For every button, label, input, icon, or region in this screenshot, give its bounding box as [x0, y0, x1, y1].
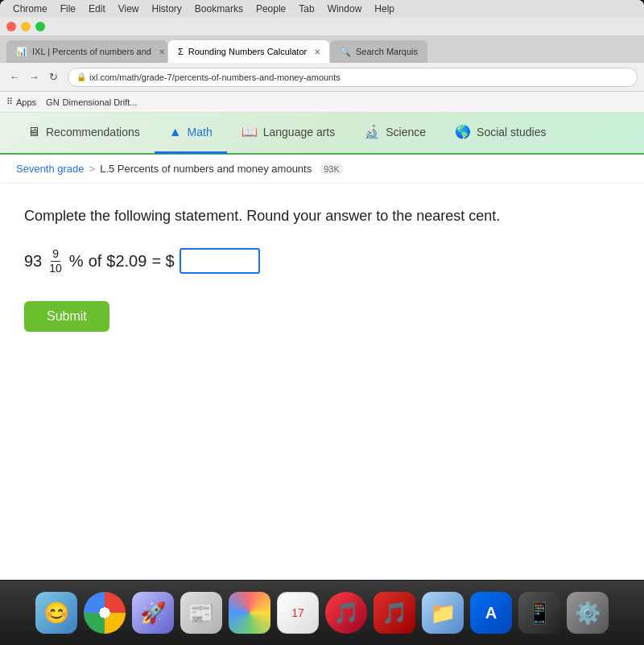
menu-people[interactable]: People: [256, 3, 286, 14]
tab-language-arts-label: Language arts: [263, 126, 336, 139]
menu-chrome[interactable]: Chrome: [13, 3, 47, 14]
dock-chrome[interactable]: [84, 592, 126, 634]
tab-ixl-label: IXL | Percents of numbers and: [32, 47, 151, 56]
menu-history[interactable]: History: [152, 3, 182, 14]
close-button[interactable]: [6, 22, 16, 31]
finder-icon: 😊: [43, 601, 69, 626]
top-menu-bar: Chrome File Edit View History Bookmarks …: [0, 0, 644, 18]
apps-icon: ⠿: [6, 97, 13, 107]
tab-ixl-icon: 📊: [16, 47, 27, 57]
files-icon: 📁: [430, 601, 456, 626]
dock-settings[interactable]: ⚙️: [567, 592, 609, 634]
language-arts-icon: 📖: [242, 124, 258, 139]
tab-science[interactable]: 🔬 Science: [349, 112, 440, 154]
menu-window[interactable]: Window: [328, 3, 362, 14]
gn-icon: GN: [46, 97, 60, 107]
dock-appstore[interactable]: A: [470, 592, 512, 634]
dock-music[interactable]: 🎵: [325, 592, 367, 634]
ixl-nav: 🖥 Recommendations ▲ Math 📖 Language arts…: [0, 113, 644, 155]
minimize-button[interactable]: [21, 22, 31, 31]
tab-search[interactable]: 🔍 Search Marquis: [330, 40, 427, 63]
tab-bar: 📊 IXL | Percents of numbers and ✕ Σ Roun…: [0, 35, 644, 63]
tab-rounding[interactable]: Σ Rounding Numbers Calculator ✕: [168, 40, 329, 63]
music-icon: 🎵: [333, 601, 359, 626]
tab-rounding-icon: Σ: [178, 47, 184, 56]
lock-icon: 🔒: [76, 72, 86, 81]
dock-news[interactable]: 📰: [180, 592, 222, 634]
url-text: ixl.com/math/grade-7/percents-of-numbers…: [89, 72, 341, 82]
problem-equation: 93 9 10 % of $2.09 = $: [24, 247, 620, 275]
problem-instruction: Complete the following statement. Round …: [24, 208, 620, 225]
itunes-icon: 🎵: [382, 601, 407, 626]
dollar-amount: $2.09: [106, 252, 147, 271]
address-bar: ← → ↻ 🔒 ixl.com/math/grade-7/percents-of…: [0, 63, 644, 92]
tab-social-studies[interactable]: 🌎 Social studies: [440, 112, 560, 154]
breadcrumb: Seventh grade > L.5 Percents of numbers …: [0, 155, 644, 184]
tab-math[interactable]: ▲ Math: [155, 112, 227, 154]
tab-rounding-close[interactable]: ✕: [312, 46, 323, 57]
rocket-icon: 🚀: [140, 601, 166, 626]
forward-button[interactable]: →: [26, 69, 42, 85]
bookmark-apps-label: Apps: [16, 97, 36, 107]
tab-recommendations[interactable]: 🖥 Recommendations: [13, 112, 155, 154]
bookmark-dimensional[interactable]: GN Dimensional Drift...: [46, 97, 137, 107]
tab-search-icon: 🔍: [340, 47, 351, 57]
calendar-icon: 17: [291, 606, 304, 619]
menu-tab[interactable]: Tab: [299, 3, 314, 14]
fraction-denominator: 10: [47, 262, 64, 275]
nav-buttons: ← → ↻: [6, 69, 61, 85]
dock-rocket[interactable]: 🚀: [132, 592, 174, 634]
appstore-icon: A: [485, 604, 497, 622]
menu-view[interactable]: View: [118, 3, 139, 14]
iphone-icon: 📱: [526, 601, 552, 626]
percent-symbol: %: [69, 252, 84, 271]
news-icon: 📰: [188, 601, 214, 626]
menu-help[interactable]: Help: [374, 3, 394, 14]
tab-social-studies-label: Social studies: [477, 126, 546, 139]
breadcrumb-current: L.5 Percents of numbers and money amount…: [100, 163, 312, 175]
tab-rounding-label: Rounding Numbers Calculator: [188, 47, 307, 56]
tab-ixl[interactable]: 📊 IXL | Percents of numbers and ✕: [6, 40, 167, 63]
window-controls: [0, 18, 644, 35]
dock-files[interactable]: 📁: [422, 592, 464, 634]
menu-file[interactable]: File: [60, 3, 76, 14]
answer-input[interactable]: [180, 248, 260, 274]
tab-search-label: Search Marquis: [356, 47, 418, 56]
social-studies-icon: 🌎: [455, 124, 471, 139]
breadcrumb-badge: 93K: [320, 163, 344, 175]
tab-ixl-close[interactable]: ✕: [156, 46, 167, 57]
browser-window: Chrome File Edit View History Bookmarks …: [0, 0, 644, 580]
menu-edit[interactable]: Edit: [89, 3, 105, 14]
fraction-numerator: 9: [51, 247, 60, 262]
url-bar[interactable]: 🔒 ixl.com/math/grade-7/percents-of-numbe…: [68, 68, 638, 87]
submit-button[interactable]: Submit: [24, 301, 109, 332]
dock-iphone[interactable]: 📱: [518, 592, 560, 634]
dock-photos[interactable]: [229, 592, 270, 634]
recommendations-icon: 🖥: [27, 125, 40, 139]
tab-science-label: Science: [386, 126, 426, 139]
equals-sign: = $: [151, 252, 174, 271]
tab-math-label: Math: [188, 126, 213, 139]
main-content: Complete the following statement. Round …: [0, 184, 644, 506]
settings-icon: ⚙️: [575, 601, 601, 626]
math-icon: ▲: [169, 125, 182, 139]
breadcrumb-parent[interactable]: Seventh grade: [16, 163, 85, 175]
dock-finder[interactable]: 😊: [35, 592, 77, 634]
of-text: of: [89, 252, 102, 271]
whole-number: 93: [24, 252, 42, 271]
breadcrumb-separator: >: [89, 163, 96, 175]
mac-dock: 😊 🚀 📰 17 🎵 🎵 📁 A 📱 ⚙️: [0, 581, 644, 645]
bookmark-apps[interactable]: ⠿ Apps: [6, 97, 36, 107]
maximize-button[interactable]: [35, 22, 45, 31]
bookmark-dimensional-label: Dimensional Drift...: [63, 97, 138, 107]
tab-recommendations-label: Recommendations: [46, 126, 140, 139]
menu-bookmarks[interactable]: Bookmarks: [195, 3, 243, 14]
science-icon: 🔬: [364, 124, 380, 139]
reload-button[interactable]: ↻: [45, 69, 61, 85]
back-button[interactable]: ←: [6, 69, 23, 85]
tab-language-arts[interactable]: 📖 Language arts: [227, 112, 350, 154]
fraction: 9 10: [47, 247, 64, 275]
bookmarks-bar: ⠿ Apps GN Dimensional Drift...: [0, 92, 644, 113]
dock-calendar[interactable]: 17: [277, 592, 319, 634]
dock-itunes[interactable]: 🎵: [374, 592, 415, 634]
